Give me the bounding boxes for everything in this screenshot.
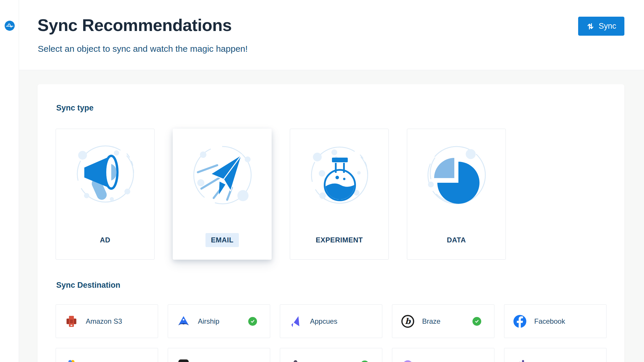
page-header: Sync Recommendations Select an object to…	[19, 0, 644, 70]
destination-name: Amazon S3	[86, 317, 122, 325]
braze-logo: b	[401, 315, 415, 328]
flask-illustration	[302, 138, 378, 214]
sync-type-tile-experiment[interactable]: EXPERIMENT	[290, 129, 389, 260]
destination-name: Google Ads	[86, 361, 122, 362]
connected-check-icon	[472, 317, 481, 326]
sync-type-label-selected: EMAIL	[173, 233, 271, 247]
destination-tile-appcues[interactable]: Appcues	[280, 304, 382, 338]
appcues-logo	[289, 315, 302, 328]
amazon-s3-logo	[65, 315, 78, 328]
destination-tile-facebook[interactable]: Facebook	[504, 304, 607, 338]
left-nav-rail	[0, 0, 19, 362]
sync-arrows-icon	[586, 22, 595, 30]
freshpaint-logo	[289, 358, 302, 362]
sync-destination-grid: Amazon S3 Airship	[56, 304, 607, 362]
svg-text:b: b	[405, 316, 411, 326]
sync-button-label: Sync	[599, 22, 616, 31]
destination-tile-amazon-s3[interactable]: Amazon S3	[56, 304, 158, 338]
sync-button[interactable]: Sync	[578, 17, 624, 36]
destination-tile-leanplum[interactable]: lp Leanplum	[392, 348, 494, 362]
mixpanel-logo	[513, 358, 527, 362]
destination-tile-braze[interactable]: b Braze	[392, 304, 494, 338]
google-ads-logo	[65, 358, 78, 362]
destination-tile-google-ads[interactable]: Google Ads	[56, 348, 158, 362]
destination-name: Airship	[198, 317, 219, 325]
sync-recommendations-panel: Sync type	[37, 84, 624, 362]
megaphone-illustration	[67, 138, 143, 214]
pie-chart-illustration	[419, 138, 495, 214]
connected-check-icon	[248, 317, 257, 326]
destination-tile-intercom[interactable]: Intercom	[168, 348, 270, 362]
destination-tile-airship[interactable]: Airship	[168, 304, 270, 338]
sync-type-tile-email[interactable]: EMAIL	[173, 129, 272, 260]
destination-name: Leanplum	[422, 361, 453, 362]
destination-tile-mixpanel[interactable]: Mixpanel	[504, 348, 607, 362]
content-area: Sync type	[19, 70, 644, 362]
sync-type-tile-ad[interactable]: AD	[56, 129, 155, 260]
airship-logo	[177, 315, 190, 328]
intercom-logo	[177, 358, 190, 362]
sync-type-label: EXPERIMENT	[290, 233, 388, 247]
destination-name: Mixpanel	[534, 361, 562, 362]
page-title: Sync Recommendations	[37, 15, 232, 35]
destination-name: Facebook	[534, 317, 565, 325]
facebook-logo	[513, 315, 527, 328]
sync-type-label: DATA	[407, 233, 506, 247]
leanplum-logo: lp	[401, 358, 415, 362]
sync-type-tile-data[interactable]: DATA	[407, 129, 506, 260]
paper-plane-illustration	[184, 138, 261, 214]
destination-name: Appcues	[310, 317, 337, 325]
page-subtitle: Select an object to sync and watch the m…	[38, 44, 248, 54]
sync-destination-heading: Sync Destination	[56, 281, 120, 290]
sync-type-options: AD	[56, 129, 506, 260]
sync-type-label: AD	[56, 233, 154, 247]
amplitude-logo-icon[interactable]	[4, 20, 15, 31]
destination-name: Freshpaint	[310, 361, 343, 362]
destination-name: Intercom	[198, 361, 225, 362]
connected-check-icon	[360, 361, 369, 362]
sync-type-heading: Sync type	[56, 104, 94, 113]
destination-tile-freshpaint[interactable]: Freshpaint	[280, 348, 382, 362]
destination-name: Braze	[422, 317, 441, 325]
